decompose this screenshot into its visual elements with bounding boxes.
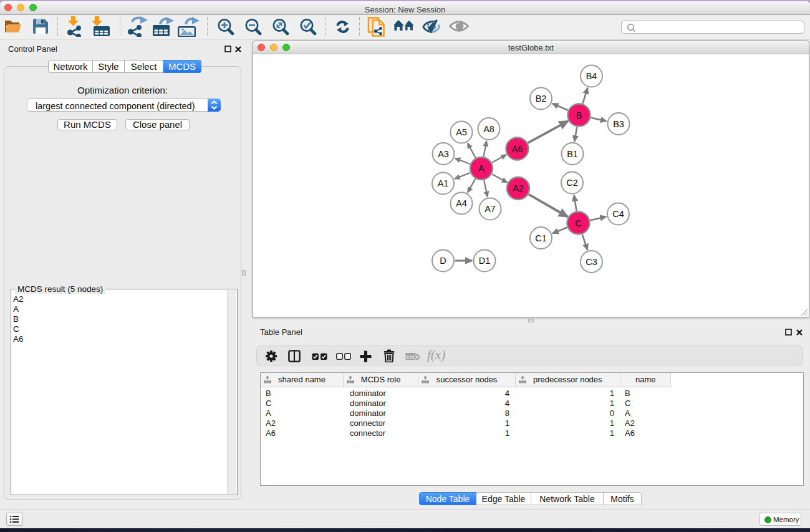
svg-text:C1: C1 <box>535 233 547 243</box>
svg-text:C4: C4 <box>612 209 624 219</box>
svg-text:B3: B3 <box>613 119 624 129</box>
svg-text:D1: D1 <box>479 256 491 266</box>
svg-text:B: B <box>576 110 582 120</box>
svg-text:C2: C2 <box>566 178 578 188</box>
svg-text:A8: A8 <box>483 124 494 134</box>
svg-text:A1: A1 <box>438 178 449 188</box>
svg-text:B2: B2 <box>536 94 547 104</box>
svg-text:B4: B4 <box>586 71 597 81</box>
svg-text:A4: A4 <box>456 198 467 208</box>
svg-text:B1: B1 <box>567 149 578 159</box>
svg-text:A7: A7 <box>485 204 496 214</box>
svg-text:C3: C3 <box>586 257 597 267</box>
svg-text:A5: A5 <box>456 127 467 137</box>
svg-text:A3: A3 <box>438 149 449 159</box>
svg-text:A: A <box>478 163 485 173</box>
svg-text:A2: A2 <box>513 183 524 193</box>
svg-text:D: D <box>440 256 446 266</box>
svg-text:C: C <box>575 218 581 228</box>
svg-text:A6: A6 <box>512 144 523 154</box>
